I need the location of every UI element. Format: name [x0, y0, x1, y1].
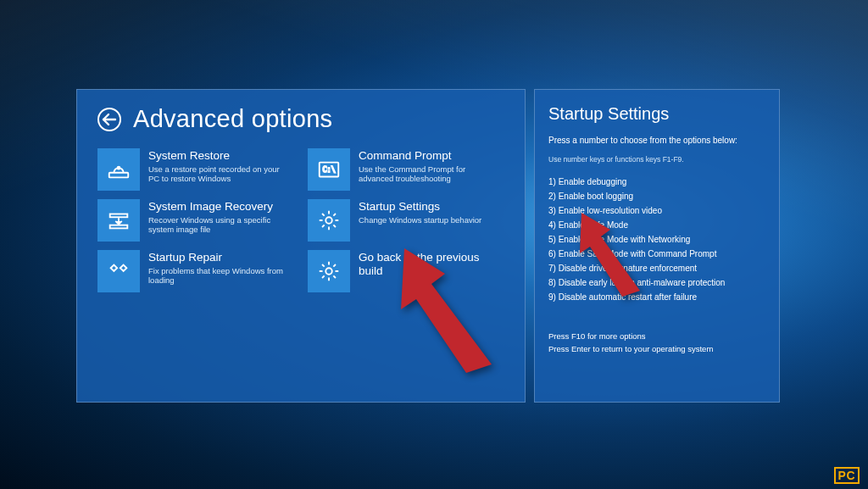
startup-options-list: 1) Enable debugging 2) Enable boot loggi…	[548, 175, 765, 304]
startup-settings-title: Startup Settings	[548, 102, 765, 126]
tile-title: Go back to the previous build	[359, 251, 504, 277]
startup-footer-line: Press F10 for more options	[548, 330, 765, 342]
startup-settings-panel: Startup Settings Press a number to choos…	[534, 89, 780, 403]
svg-point-6	[326, 217, 332, 224]
tile-go-back[interactable]: Go back to the previous build	[308, 250, 504, 292]
tile-title: Command Prompt	[359, 149, 503, 163]
tile-title: System Image Recovery	[148, 200, 292, 214]
gear-icon	[308, 250, 350, 292]
back-button[interactable]	[97, 108, 121, 131]
startup-settings-instruction: Press a number to choose from the option…	[548, 135, 765, 147]
tile-desc: Use the Command Prompt for advanced trou…	[359, 164, 503, 185]
tile-system-image-recovery[interactable]: System Image Recovery Recover Windows us…	[97, 199, 294, 242]
command-prompt-icon: C:\	[308, 148, 350, 191]
startup-option[interactable]: 7) Disable driver signature enforcement	[548, 261, 765, 275]
tile-desc: Fix problems that keep Windows from load…	[148, 266, 292, 286]
svg-rect-5	[110, 225, 128, 229]
svg-rect-0	[109, 173, 129, 178]
tile-system-restore[interactable]: System Restore Use a restore point recor…	[97, 148, 294, 191]
tile-startup-settings[interactable]: Startup Settings Change Windows startup …	[308, 199, 504, 242]
tile-title: Startup Repair	[148, 251, 292, 264]
tile-startup-repair[interactable]: Startup Repair Fix problems that keep Wi…	[97, 250, 294, 292]
page-title: Advanced options	[133, 105, 332, 133]
system-restore-icon	[97, 148, 140, 191]
svg-rect-4	[110, 214, 128, 218]
tile-command-prompt[interactable]: C:\ Command Prompt Use the Command Promp…	[308, 148, 504, 191]
system-image-recovery-icon	[97, 199, 140, 242]
startup-repair-icon	[97, 250, 140, 292]
startup-option[interactable]: 1) Enable debugging	[548, 175, 765, 189]
tile-title: Startup Settings	[359, 200, 481, 214]
gear-icon	[308, 199, 350, 242]
watermark-badge: PC	[834, 467, 860, 484]
startup-option[interactable]: 9) Disable automatic restart after failu…	[548, 290, 765, 304]
svg-point-1	[118, 167, 120, 169]
tile-title: System Restore	[148, 149, 292, 163]
advanced-options-panel: Advanced options System Restore Use a re…	[76, 89, 526, 403]
startup-footer-line: Press Enter to return to your operating …	[548, 342, 765, 355]
startup-option[interactable]: 3) Enable low-resolution video	[548, 203, 765, 218]
startup-option[interactable]: 6) Enable Safe Mode with Command Prompt	[548, 247, 765, 261]
svg-text:C:\: C:\	[323, 165, 336, 174]
tile-desc: Change Windows startup behavior	[359, 215, 481, 225]
watermark: PC	[834, 467, 860, 484]
startup-option[interactable]: 2) Enable boot logging	[548, 189, 765, 203]
svg-point-7	[326, 268, 332, 275]
tile-desc: Use a restore point recorded on your PC …	[148, 164, 292, 185]
startup-option[interactable]: 5) Enable Safe Mode with Networking	[548, 232, 765, 247]
startup-settings-hint: Use number keys or functions keys F1-F9.	[548, 154, 765, 164]
startup-option[interactable]: 8) Disable early launch anti-malware pro…	[548, 275, 765, 290]
tile-desc: Recover Windows using a specific system …	[148, 215, 292, 236]
startup-option[interactable]: 4) Enable Safe Mode	[548, 218, 765, 232]
